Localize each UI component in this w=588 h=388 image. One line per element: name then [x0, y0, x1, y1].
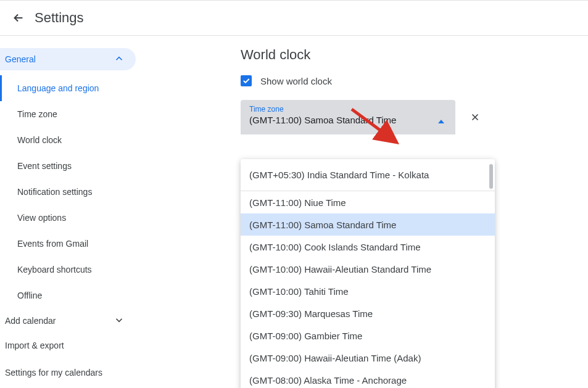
menu-option-label: (GMT-09:30) Marquesas Time [249, 308, 373, 319]
sidebar-item-view-options[interactable]: View options [0, 205, 154, 231]
sidebar: General Language and region Time zone Wo… [0, 36, 154, 388]
menu-option-label: (GMT-10:00) Tahiti Time [249, 286, 349, 297]
sidebar-item-label: View options [17, 213, 66, 223]
timezone-dropdown[interactable]: Time zone (GMT-11:00) Samoa Standard Tim… [241, 100, 455, 134]
sidebar-item-label: Keyboard shortcuts [17, 265, 92, 274]
sidebar-item-label: Offline [17, 291, 42, 300]
show-world-clock-checkbox[interactable] [241, 75, 252, 86]
menu-option[interactable]: (GMT-10:00) Cook Islands Standard Time [241, 236, 495, 258]
menu-option[interactable]: (GMT-10:00) Tahiti Time [241, 280, 495, 302]
sidebar-item-label: Event settings [17, 161, 72, 171]
sidebar-section-label: General [5, 54, 36, 64]
page-title: Settings [35, 10, 84, 26]
sidebar-item-label: Events from Gmail [17, 239, 88, 249]
dropdown-value: (GMT-11:00) Samoa Standard Time [249, 115, 447, 125]
menu-option-label: (GMT-10:00) Hawaii-Aleutian Standard Tim… [249, 264, 431, 274]
menu-option-label: (GMT-11:00) Niue Time [249, 197, 346, 208]
sidebar-section-general[interactable]: General [0, 48, 136, 70]
checkbox-label: Show world clock [260, 76, 332, 86]
menu-option[interactable]: (GMT-11:00) Niue Time [241, 191, 495, 213]
sidebar-item-notification-settings[interactable]: Notification settings [0, 179, 154, 205]
menu-option[interactable]: (GMT-08:00) Alaska Time - Anchorage [241, 369, 495, 388]
topbar: Settings [0, 0, 588, 36]
remove-timezone-button[interactable] [466, 109, 484, 126]
sidebar-add-calendar[interactable]: Add calendar [0, 308, 154, 333]
menu-option-label: (GMT-10:00) Cook Islands Standard Time [249, 242, 421, 252]
sidebar-footer: Settings for my calendars [0, 358, 154, 378]
sidebar-items: Language and region Time zone World cloc… [0, 75, 154, 308]
chevron-up-icon [114, 53, 125, 66]
menu-option-label: (GMT-08:00) Alaska Time - Anchorage [249, 375, 407, 386]
menu-option-label: (GMT-09:00) Hawaii-Aleutian Time (Adak) [249, 353, 421, 363]
sidebar-item-label: Notification settings [17, 187, 92, 197]
sidebar-import-export[interactable]: Import & export [0, 333, 154, 358]
sidebar-item-keyboard-shortcuts[interactable]: Keyboard shortcuts [0, 257, 154, 283]
menu-option[interactable]: (GMT-09:30) Marquesas Time [241, 302, 495, 324]
sidebar-item-time-zone[interactable]: Time zone [0, 101, 154, 127]
menu-option-label: (GMT-09:00) Gambier Time [249, 331, 362, 341]
menu-option[interactable]: (GMT-10:00) Hawaii-Aleutian Standard Tim… [241, 258, 495, 280]
sidebar-item-world-clock[interactable]: World clock [0, 127, 154, 153]
menu-option-label: (GMT-11:00) Samoa Standard Time [249, 220, 396, 230]
dropdown-row: Time zone (GMT-11:00) Samoa Standard Tim… [241, 100, 588, 134]
sidebar-item-offline[interactable]: Offline [0, 283, 154, 308]
menu-option[interactable]: (GMT+05:30) India Standard Time - Kolkat… [241, 164, 495, 191]
sidebar-item-event-settings[interactable]: Event settings [0, 153, 154, 179]
menu-option[interactable]: (GMT-09:00) Hawaii-Aleutian Time (Adak) [241, 347, 495, 369]
sidebar-item-language-region[interactable]: Language and region [0, 75, 154, 101]
caret-up-icon [438, 115, 444, 126]
section-title: World clock [241, 47, 588, 63]
sidebar-item-events-gmail[interactable]: Events from Gmail [0, 231, 154, 257]
sidebar-item-label: Language and region [17, 83, 99, 93]
sidebar-item-label: Time zone [17, 109, 57, 119]
menu-option-label: (GMT+05:30) India Standard Time - Kolkat… [249, 170, 429, 180]
sidebar-row-label: Import & export [5, 341, 64, 350]
close-icon [470, 112, 481, 123]
check-icon [242, 76, 251, 85]
chevron-down-icon [114, 315, 125, 328]
content: General Language and region Time zone Wo… [0, 36, 588, 388]
sidebar-row-label: Add calendar [5, 316, 56, 326]
dropdown-label: Time zone [249, 105, 447, 114]
main: World clock Show world clock Time zone (… [154, 36, 588, 388]
sidebar-item-label: World clock [17, 135, 62, 145]
menu-option[interactable]: (GMT-09:00) Gambier Time [241, 324, 495, 347]
back-button[interactable] [7, 7, 30, 29]
scrollbar[interactable] [489, 164, 493, 189]
checkbox-row: Show world clock [241, 75, 588, 86]
menu-option[interactable]: (GMT-11:00) Samoa Standard Time [241, 213, 495, 236]
arrow-left-icon [12, 11, 25, 25]
timezone-dropdown-menu: (GMT+05:30) India Standard Time - Kolkat… [241, 159, 495, 388]
